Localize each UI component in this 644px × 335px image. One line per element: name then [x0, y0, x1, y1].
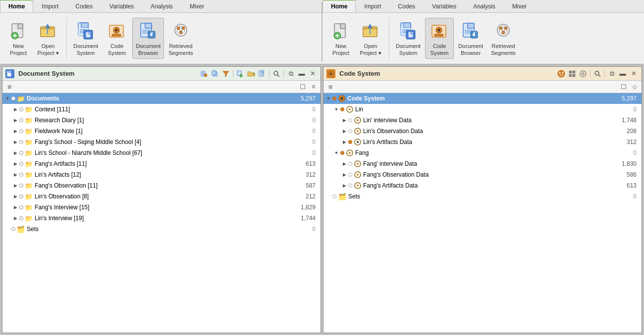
expand-lins-artifacts[interactable]: ▶	[11, 171, 19, 179]
expand-fieldwork[interactable]: ▶	[11, 127, 19, 135]
tab-variables-right[interactable]: Variables	[424, 0, 465, 12]
new-project-button[interactable]: NewProject	[4, 18, 33, 58]
document-browser-button-right[interactable]: DocumentBrowser	[455, 18, 486, 58]
code-system-button-left[interactable]: CodeSystem	[103, 18, 131, 58]
expand-code-root[interactable]: ▼	[324, 95, 332, 102]
expand-lin-artifacts[interactable]: ▶	[340, 138, 348, 146]
retrieved-segments-button-right[interactable]: RetrievedSegments	[487, 18, 519, 58]
doc-row-lins-school[interactable]: ▶ 📁 Lin's School - Nianzhi Middle School…	[2, 147, 321, 158]
expand-fang-artifacts[interactable]: ▶	[340, 182, 348, 190]
tab-mixer-right[interactable]: Mixer	[504, 0, 535, 12]
doc-add-folder-icon[interactable]: +	[246, 69, 256, 79]
open-project-button-right[interactable]: OpenProject ▾	[356, 18, 385, 58]
tab-codes-left[interactable]: Codes	[67, 0, 101, 12]
expand-lin[interactable]: ▼	[332, 105, 340, 113]
tab-analysis-right[interactable]: Analysis	[465, 0, 504, 12]
code-row-fang-interview[interactable]: ▶ Fang' interview Data 1,830	[323, 158, 642, 169]
tab-import-left[interactable]: Import	[33, 0, 67, 12]
doc-hierarchy-icon[interactable]: ⊞	[4, 82, 14, 92]
expand-research-diary[interactable]: ▶	[11, 116, 19, 124]
svg-point-74	[204, 74, 207, 77]
doc-system-title-icon	[5, 69, 14, 78]
expand-lins-observation[interactable]: ▶	[11, 192, 19, 200]
doc-row-sets[interactable]: ▶ 🗂️ Sets 0	[2, 224, 321, 235]
document-system-icon-left	[75, 20, 97, 42]
code-circle-plus-icon[interactable]	[578, 69, 588, 79]
doc-row-fangs-artifacts[interactable]: ▶ 📁 Fang's Artifacts [11] 613	[2, 158, 321, 169]
expand-lins-school[interactable]: ▶	[11, 149, 19, 157]
code-window-copy-icon[interactable]: ⧉	[607, 69, 617, 79]
document-browser-button-left[interactable]: DocumentBrowser	[132, 18, 164, 58]
code-row-fang-observation[interactable]: ▶ Fang's Observation Data 586	[323, 169, 642, 180]
row-label-lins-school: Lin's School - Nianzhi Middle School [67…	[35, 149, 300, 156]
expand-fangs-observation[interactable]: ▶	[11, 182, 19, 190]
expand-fangs-school[interactable]: ▶	[11, 138, 19, 146]
code-close-icon[interactable]: ✕	[629, 69, 639, 79]
row-label-fangs-observation: Fang's Observation [11]	[35, 182, 300, 189]
doc-hash-icon[interactable]: #	[309, 82, 319, 92]
tab-variables-left[interactable]: Variables	[101, 0, 142, 12]
row-count-lins-artifacts: 312	[300, 171, 320, 178]
doc-minimize-icon[interactable]: ▬	[297, 69, 307, 79]
doc-import-icon[interactable]	[235, 69, 245, 79]
doc-row-fangs-observation[interactable]: ▶ 📁 Fang's Observation [11] 587	[2, 180, 321, 191]
tab-codes-right[interactable]: Codes	[389, 0, 424, 12]
code-minimize-icon[interactable]: ▬	[618, 69, 628, 79]
doc-filter-icon[interactable]	[221, 69, 231, 79]
doc-row-documents[interactable]: ▼ 📁 Documents 5,297	[2, 93, 321, 104]
tab-home-left[interactable]: Home	[0, 0, 33, 12]
code-grid-icon[interactable]	[567, 69, 577, 79]
dot-fangs-school	[19, 140, 23, 144]
code-row-lin[interactable]: ▼ Lin 0	[323, 104, 642, 115]
svg-point-52	[438, 29, 440, 32]
doc-copy-icon[interactable]	[210, 69, 220, 79]
tab-mixer-left[interactable]: Mixer	[181, 0, 213, 12]
code-row-fang-artifacts[interactable]: ▶ Fang's Artifacts Data 613	[323, 180, 642, 191]
code-row-fang[interactable]: ▼ Fang 0	[323, 147, 642, 158]
expand-lins-interview[interactable]: ▶	[11, 214, 19, 222]
doc-row-research-diary[interactable]: ▶ 📁 Research Diary [1] 0	[2, 115, 321, 126]
code-hierarchy-icon[interactable]: ⊞	[325, 82, 335, 92]
doc-row-lins-interview[interactable]: ▶ 📁 Lin's Interview [19] 1,744	[2, 213, 321, 224]
expand-fang-interview[interactable]: ▶	[340, 160, 348, 168]
code-row-sets[interactable]: ▶ 🗂️ Sets 0	[323, 191, 642, 202]
doc-edit-icon[interactable]	[199, 69, 209, 79]
expand-fangs-interview[interactable]: ▶	[11, 203, 19, 211]
expand-fangs-artifacts[interactable]: ▶	[11, 160, 19, 168]
doc-row-lins-artifacts[interactable]: ▶ 📁 Lin's Artifacts [12] 312	[2, 169, 321, 180]
code-row-root[interactable]: ▼ Code System 5,297	[323, 93, 642, 104]
retrieved-segments-button-left[interactable]: RetrievedSegments	[165, 18, 197, 58]
doc-add-doc-icon[interactable]: +	[257, 69, 267, 79]
doc-search-icon[interactable]	[271, 69, 281, 79]
code-system-button-right[interactable]: CodeSystem	[425, 18, 454, 58]
doc-checkbox-icon[interactable]: ☐	[298, 82, 308, 92]
code-search-icon[interactable]	[592, 69, 602, 79]
doc-row-context[interactable]: ▶ 📁 Context [111] 0	[2, 104, 321, 115]
code-row-lin-interview[interactable]: ▶ Lin' interview Data 1,748	[323, 115, 642, 126]
tab-home-right[interactable]: Home	[322, 0, 356, 12]
expand-fang[interactable]: ▼	[332, 149, 340, 157]
code-row-lin-observation[interactable]: ▶ Lin's Observation Data 208	[323, 126, 642, 137]
expand-fang-observation[interactable]: ▶	[340, 171, 348, 179]
document-system-button-left[interactable]: DocumentSystem	[70, 18, 102, 58]
doc-row-fangs-school[interactable]: ▶ 📁 Fang's School - Siqing Middle School…	[2, 137, 321, 147]
expand-lin-interview[interactable]: ▶	[340, 116, 348, 124]
doc-close-icon[interactable]: ✕	[308, 69, 318, 79]
code-emoji-icon[interactable]	[556, 69, 566, 79]
open-project-button[interactable]: OpenProject ▾	[34, 18, 62, 58]
expand-context[interactable]: ▶	[11, 105, 19, 113]
expand-lin-observation[interactable]: ▶	[340, 127, 348, 135]
tab-analysis-left[interactable]: Analysis	[142, 0, 181, 12]
document-system-button-right[interactable]: DocumentSystem	[392, 18, 424, 58]
code-row-lin-artifacts[interactable]: ▶ Lin's Artifacts Data 312	[323, 137, 642, 147]
doc-window-copy-icon[interactable]: ⧉	[286, 69, 296, 79]
expand-documents[interactable]: ▼	[3, 95, 11, 102]
doc-row-fieldwork[interactable]: ▶ 📁 Fieldwork Note [1] 0	[2, 126, 321, 137]
folder-sets-code-icon: 🗂️	[338, 192, 347, 201]
tab-import-right[interactable]: Import	[356, 0, 389, 12]
code-diamond-icon[interactable]: ◇	[630, 82, 640, 92]
doc-row-fangs-interview[interactable]: ▶ 📁 Fang's Interview [15] 1,829	[2, 202, 321, 213]
code-checkbox-icon[interactable]: ☐	[619, 82, 629, 92]
doc-row-lins-observation[interactable]: ▶ 📁 Lin's Observation [8] 212	[2, 191, 321, 202]
new-project-button-right[interactable]: NewProject	[326, 18, 355, 58]
